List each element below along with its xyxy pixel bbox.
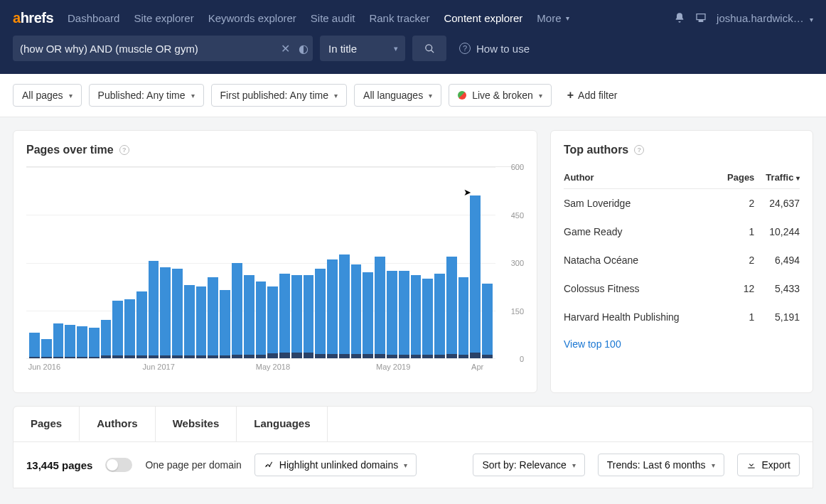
results-count: 13,445 pages — [26, 459, 92, 471]
tab-pages[interactable]: Pages — [14, 407, 80, 441]
chevron-down-icon: ▾ — [404, 461, 407, 469]
tab-websites[interactable]: Websites — [156, 407, 237, 441]
chart-bar[interactable] — [267, 167, 278, 358]
chart-bar[interactable] — [124, 167, 135, 358]
one-page-per-domain-toggle[interactable] — [105, 458, 132, 472]
clear-icon[interactable]: ✕ — [276, 36, 294, 61]
author-pages[interactable]: 1 — [718, 303, 754, 331]
status-dot-icon — [458, 91, 466, 100]
chart-bar[interactable] — [339, 167, 350, 358]
chevron-down-icon: ▾ — [429, 92, 432, 100]
bell-icon[interactable] — [674, 12, 685, 23]
svg-point-1 — [269, 466, 269, 466]
filter-first-published[interactable]: First published: Any time▾ — [211, 84, 348, 107]
bar-chart: ➤ 0150300450600 Jun 2016Jun 2017May 2018… — [26, 166, 524, 380]
logo: ahrefs — [13, 10, 53, 26]
trends-button[interactable]: Trends: Last 6 months▾ — [598, 454, 724, 476]
nav-site-audit[interactable]: Site audit — [311, 12, 355, 24]
chart-bar[interactable] — [160, 167, 171, 358]
chart-bar[interactable] — [208, 167, 218, 358]
nav-dashboard[interactable]: Dashboard — [68, 12, 119, 24]
chart-bar[interactable] — [446, 167, 457, 358]
chart-bar[interactable] — [77, 167, 87, 358]
search-button[interactable] — [412, 36, 446, 61]
search-icon — [424, 43, 435, 54]
chart-bar[interactable] — [184, 167, 195, 358]
author-name: Natacha Océane — [564, 246, 718, 274]
question-icon: ? — [459, 43, 471, 54]
chart-bar[interactable] — [470, 167, 481, 358]
author-name: Sam Loveridge — [564, 189, 718, 218]
chart-bar[interactable] — [65, 167, 75, 358]
chevron-down-icon: ▾ — [539, 92, 542, 100]
panel-title: Top authors? — [564, 144, 800, 156]
filter-published[interactable]: Published: Any time▾ — [89, 84, 204, 107]
chart-bar[interactable] — [387, 167, 397, 358]
chart-bar[interactable] — [351, 167, 362, 358]
chart-bar[interactable] — [434, 167, 445, 358]
chart-bar[interactable] — [411, 167, 422, 358]
chart-bar[interactable] — [112, 167, 123, 358]
author-pages[interactable]: 1 — [718, 218, 754, 246]
chart-bar[interactable] — [422, 167, 433, 358]
chart-bar[interactable] — [482, 167, 493, 358]
how-to-use[interactable]: ? How to use — [459, 43, 530, 55]
chart-bar[interactable] — [232, 167, 242, 358]
chart-bar[interactable] — [304, 167, 314, 358]
chart-bar[interactable] — [53, 167, 64, 358]
chart-bar[interactable] — [363, 167, 373, 358]
chart-bar[interactable] — [172, 167, 183, 358]
chart-bar[interactable] — [89, 167, 100, 358]
nav-content-explorer[interactable]: Content explorer — [444, 12, 522, 24]
search-group: ✕ ◐ — [13, 36, 313, 61]
chart-bar[interactable] — [327, 167, 338, 358]
col-author[interactable]: Author — [564, 166, 718, 189]
chart-bar[interactable] — [29, 167, 40, 358]
sort-button[interactable]: Sort by: Relevance▾ — [473, 454, 584, 476]
col-traffic[interactable]: Traffic ▾ — [754, 166, 800, 189]
chart-bar[interactable] — [196, 167, 207, 358]
chart-bar[interactable] — [279, 167, 290, 358]
chart-bar[interactable] — [291, 167, 302, 358]
chart-bar[interactable] — [399, 167, 409, 358]
monitor-icon[interactable] — [695, 12, 707, 23]
author-pages[interactable]: 12 — [718, 274, 754, 303]
search-input[interactable] — [13, 36, 276, 61]
author-pages[interactable]: 2 — [718, 246, 754, 274]
help-icon[interactable]: ◐ — [294, 36, 313, 61]
filter-languages[interactable]: All languages▾ — [354, 84, 441, 107]
chevron-down-icon: ▾ — [566, 14, 569, 22]
chart-bar[interactable] — [220, 167, 230, 358]
chart-bar[interactable] — [41, 167, 52, 358]
add-filter-button[interactable]: +Add filter — [559, 84, 626, 107]
export-button[interactable]: Export — [737, 454, 800, 476]
col-pages[interactable]: Pages — [718, 166, 754, 189]
chart-bar[interactable] — [458, 167, 469, 358]
view-top-100-link[interactable]: View top 100 — [564, 338, 621, 350]
nav-site-explorer[interactable]: Site explorer — [134, 12, 193, 24]
info-icon[interactable]: ? — [634, 145, 644, 155]
svg-point-0 — [266, 466, 267, 466]
chart-bar[interactable] — [375, 167, 385, 358]
chart-bar[interactable] — [101, 167, 112, 358]
chart-bar[interactable] — [315, 167, 326, 358]
search-scope-select[interactable]: In title — [320, 36, 405, 61]
highlight-unlinked-button[interactable]: Highlight unlinked domains▾ — [254, 454, 417, 476]
chart-bar[interactable] — [149, 167, 159, 358]
table-row: Colossus Fitness125,433 — [564, 274, 800, 303]
tab-languages[interactable]: Languages — [237, 407, 328, 441]
chart-bar[interactable] — [136, 167, 147, 358]
nav-rank-tracker[interactable]: Rank tracker — [369, 12, 429, 24]
nav-more[interactable]: More▾ — [537, 12, 569, 24]
user-menu[interactable]: joshua.hardwick… ▾ — [717, 12, 813, 24]
chart-bar[interactable] — [256, 167, 267, 358]
filter-live-broken[interactable]: Live & broken▾ — [449, 84, 552, 107]
nav-keywords-explorer[interactable]: Keywords explorer — [208, 12, 296, 24]
info-icon[interactable]: ? — [119, 145, 129, 155]
tab-authors[interactable]: Authors — [80, 407, 156, 441]
author-traffic: 6,494 — [754, 246, 800, 274]
filter-all-pages[interactable]: All pages▾ — [13, 84, 82, 107]
chevron-down-icon: ▾ — [712, 461, 715, 469]
author-pages[interactable]: 2 — [718, 189, 754, 218]
chart-bar[interactable] — [244, 167, 254, 358]
